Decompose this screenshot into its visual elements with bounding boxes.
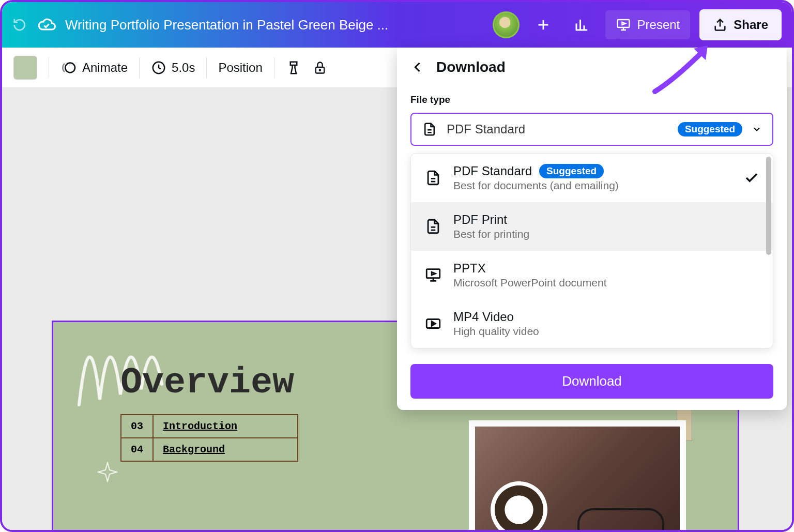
selected-file-type: PDF Standard [447,122,668,136]
user-avatar[interactable] [493,11,520,38]
share-label: Share [734,18,768,32]
file-icon [422,121,437,137]
file-icon [424,218,442,235]
scrollbar[interactable] [766,157,771,255]
panel-title: Download [436,59,506,75]
color-swatch[interactable] [13,56,37,80]
file-type-dropdown: PDF Standard Suggested Best for document… [410,153,773,348]
video-icon [424,315,442,332]
present-button[interactable]: Present [605,10,691,39]
slide-photo[interactable] [469,420,686,532]
analytics-button[interactable] [567,10,596,39]
share-button[interactable]: Share [699,9,782,40]
chevron-down-icon [752,124,762,134]
check-icon [744,170,759,186]
add-button[interactable] [529,10,558,39]
document-title[interactable]: Writing Portfolio Presentation in Pastel… [65,17,483,33]
download-panel: Download File type PDF Standard Suggeste… [397,48,787,410]
option-pptx[interactable]: PPTX Microsoft PowerPoint document [411,251,773,299]
cloud-save-icon[interactable] [37,16,56,34]
file-type-select[interactable]: PDF Standard Suggested [410,113,773,146]
present-icon [424,266,442,284]
table-row: 04Background [121,438,298,461]
svg-rect-5 [426,269,440,278]
sparkle-icon [97,462,118,482]
animate-button[interactable]: Animate [60,59,128,76]
svg-point-1 [65,63,75,72]
option-mp4[interactable]: MP4 Video High quality video [411,299,773,348]
overview-table[interactable]: 03Introduction 04Background [120,414,298,462]
lock-button[interactable] [313,60,327,75]
option-pdf-print[interactable]: PDF Print Best for printing [411,202,773,251]
duration-button[interactable]: 5.0s [151,60,195,75]
file-icon [424,169,442,187]
slide-title[interactable]: Overview [120,362,294,403]
app-header: Writing Portfolio Presentation in Pastel… [2,2,792,48]
position-button[interactable]: Position [218,60,262,75]
table-row: 03Introduction [121,415,298,438]
redo-icon[interactable] [12,17,28,33]
present-label: Present [637,18,680,32]
option-pdf-standard[interactable]: PDF Standard Suggested Best for document… [411,154,773,202]
back-icon[interactable] [410,60,425,74]
format-painter-button[interactable] [286,60,301,75]
download-button[interactable]: Download [410,364,773,399]
file-type-label: File type [410,94,773,105]
svg-point-4 [319,69,320,70]
svg-rect-0 [617,20,629,27]
suggested-badge: Suggested [678,122,742,136]
